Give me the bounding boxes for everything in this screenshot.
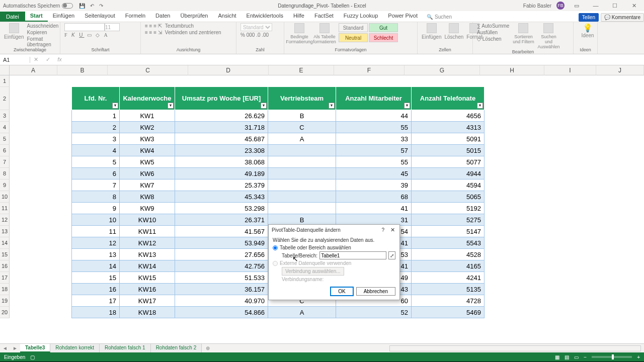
tab-factset[interactable]: FactSet bbox=[309, 11, 339, 22]
delete-cells-button[interactable]: Löschen bbox=[444, 23, 463, 40]
copy-button[interactable]: Kopieren bbox=[27, 30, 58, 35]
table-cell[interactable]: 5091 bbox=[412, 133, 485, 145]
wrap-text-button[interactable]: Textumbruch bbox=[165, 23, 221, 29]
table-cell[interactable] bbox=[268, 191, 336, 203]
row-header[interactable]: 2 bbox=[0, 87, 10, 110]
table-cell[interactable]: 51.533 bbox=[175, 272, 268, 284]
table-cell[interactable]: 7 bbox=[72, 179, 120, 191]
row-header[interactable]: 1 bbox=[0, 75, 10, 87]
cell-style-good[interactable]: Gut bbox=[369, 23, 398, 32]
table-cell[interactable]: 4313 bbox=[412, 122, 485, 133]
row-header[interactable]: 8 bbox=[0, 168, 10, 179]
table-cell[interactable]: 45.343 bbox=[175, 191, 268, 203]
table-cell[interactable]: 16 bbox=[72, 284, 120, 295]
table-cell[interactable]: A bbox=[268, 133, 336, 145]
sheet-tab[interactable]: Rohdaten falsch 2 bbox=[151, 344, 202, 352]
column-header[interactable]: B bbox=[57, 65, 108, 75]
tab-einfügen[interactable]: Einfügen bbox=[48, 11, 79, 22]
table-cell[interactable]: 5192 bbox=[412, 203, 485, 214]
table-cell[interactable]: KW1 bbox=[120, 110, 175, 122]
view-page-layout-icon[interactable]: ▤ bbox=[565, 354, 569, 360]
user-avatar[interactable]: FB bbox=[556, 2, 565, 10]
table-cell[interactable]: 49.189 bbox=[175, 168, 268, 179]
row-header[interactable]: 4 bbox=[0, 122, 10, 133]
table-cell[interactable]: 9 bbox=[72, 203, 120, 214]
table-cell[interactable]: 15 bbox=[72, 272, 120, 284]
table-cell[interactable]: 40.970 bbox=[175, 295, 268, 307]
radio-external-source[interactable]: Externe Datenquelle verwenden bbox=[273, 260, 395, 266]
font-size-input[interactable] bbox=[105, 23, 120, 31]
horizontal-scrollbar[interactable] bbox=[389, 345, 641, 351]
table-cell[interactable]: 3 bbox=[72, 133, 120, 145]
table-header[interactable]: Lfd. Nr.▾ bbox=[72, 87, 120, 110]
view-normal-icon[interactable]: ▦ bbox=[555, 354, 559, 360]
table-cell[interactable]: KW18 bbox=[120, 307, 175, 318]
column-header[interactable]: F bbox=[334, 65, 405, 75]
table-cell[interactable]: A bbox=[268, 307, 336, 318]
row-header[interactable]: 15 bbox=[0, 249, 10, 260]
row-header[interactable]: 19 bbox=[0, 295, 10, 307]
close-window-icon[interactable]: ✕ bbox=[627, 3, 641, 9]
table-header[interactable]: Kalenderwoche▾ bbox=[120, 87, 175, 110]
row-header[interactable]: 11 bbox=[0, 203, 10, 214]
table-cell[interactable]: 31.718 bbox=[175, 122, 268, 133]
table-cell[interactable]: 44 bbox=[336, 110, 412, 122]
table-cell[interactable]: 14 bbox=[72, 260, 120, 272]
table-cell[interactable]: KW17 bbox=[120, 295, 175, 307]
table-cell[interactable]: 23.308 bbox=[175, 145, 268, 156]
find-select-button[interactable]: Suchen und Auswählen bbox=[537, 23, 559, 49]
row-header[interactable]: 12 bbox=[0, 214, 10, 226]
filter-dropdown-icon[interactable]: ▾ bbox=[168, 103, 174, 109]
zoom-in-icon[interactable]: + bbox=[637, 354, 640, 360]
table-cell[interactable]: KW9 bbox=[120, 203, 175, 214]
table-cell[interactable]: 5275 bbox=[412, 214, 485, 226]
ribbon-options-icon[interactable]: ▭ bbox=[570, 3, 584, 9]
radio-table-range-input[interactable] bbox=[273, 245, 278, 250]
cell-style-neutral[interactable]: Neutral bbox=[339, 33, 368, 42]
tab-seitenlayout[interactable]: Seitenlayout bbox=[79, 11, 120, 22]
redo-icon[interactable]: ↷ bbox=[99, 3, 103, 9]
ideas-button[interactable]: 💡Ideen bbox=[578, 23, 598, 38]
table-cell[interactable]: C bbox=[268, 122, 336, 133]
cut-button[interactable]: Ausschneiden bbox=[27, 23, 58, 29]
table-cell[interactable]: 68 bbox=[336, 191, 412, 203]
table-cell[interactable]: KW13 bbox=[120, 249, 175, 260]
table-cell[interactable]: 5135 bbox=[412, 284, 485, 295]
format-as-table-button[interactable]: Als Tabelle formatieren bbox=[313, 23, 336, 44]
table-cell[interactable]: 5469 bbox=[412, 307, 485, 318]
tab-daten[interactable]: Daten bbox=[150, 11, 175, 22]
row-header[interactable]: 9 bbox=[0, 179, 10, 191]
tab-fuzzy-lookup[interactable]: Fuzzy Lookup bbox=[339, 11, 383, 22]
tab-überprüfen[interactable]: Überprüfen bbox=[175, 11, 213, 22]
table-cell[interactable]: 41 bbox=[336, 203, 412, 214]
select-all-corner[interactable] bbox=[0, 65, 10, 75]
table-cell[interactable]: 39 bbox=[336, 179, 412, 191]
fx-icon[interactable]: fx bbox=[57, 56, 62, 63]
autosave-toggle[interactable] bbox=[62, 3, 73, 9]
tab-scroll-left-icon[interactable]: ◄ bbox=[3, 345, 8, 351]
table-cell[interactable]: 5 bbox=[72, 156, 120, 168]
sheet-tab[interactable]: Rohdaten falsch 1 bbox=[100, 344, 151, 352]
table-cell[interactable]: 4594 bbox=[412, 179, 485, 191]
column-header[interactable]: E bbox=[269, 65, 334, 75]
table-cell[interactable]: 52 bbox=[336, 307, 412, 318]
dialog-close-icon[interactable]: ✕ bbox=[388, 227, 396, 233]
table-cell[interactable]: 38.068 bbox=[175, 156, 268, 168]
autosum-button[interactable]: ∑ AutoSumme bbox=[477, 23, 509, 29]
row-header[interactable]: 13 bbox=[0, 226, 10, 237]
table-cell[interactable]: 5077 bbox=[412, 156, 485, 168]
table-cell[interactable]: 26.629 bbox=[175, 110, 268, 122]
table-cell[interactable]: 4656 bbox=[412, 110, 485, 122]
tab-formeln[interactable]: Formeln bbox=[120, 11, 150, 22]
table-cell[interactable]: 33 bbox=[336, 133, 412, 145]
save-icon[interactable]: 💾 bbox=[79, 3, 85, 9]
cell-style-standard[interactable]: Standard bbox=[339, 23, 368, 32]
table-cell[interactable]: 26.371 bbox=[175, 214, 268, 226]
row-header[interactable]: 18 bbox=[0, 284, 10, 295]
tab-entwicklertools[interactable]: Entwicklertools bbox=[242, 11, 288, 22]
table-header[interactable]: Vertriebsteam▾ bbox=[268, 87, 336, 110]
cell-style-bad[interactable]: Schlecht bbox=[369, 33, 398, 42]
row-header[interactable]: 17 bbox=[0, 272, 10, 284]
row-header[interactable]: 20 bbox=[0, 307, 10, 318]
name-box[interactable]: A1 bbox=[0, 57, 30, 63]
